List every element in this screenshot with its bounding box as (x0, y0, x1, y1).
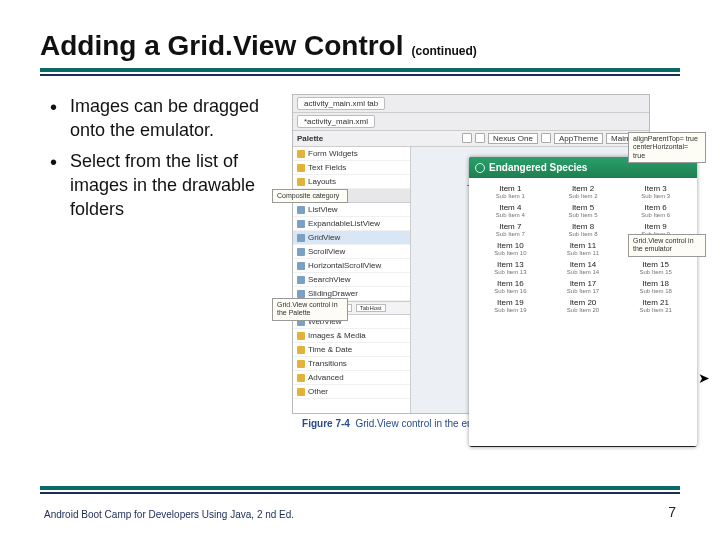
footer-text: Android Boot Camp for Developers Using J… (44, 509, 294, 520)
ide-tab-file[interactable]: *activity_main.xml (297, 115, 375, 128)
grid-cell[interactable]: Item 11Sub Item 11 (548, 241, 619, 256)
bullet-item: Images can be dragged onto the emulator. (46, 94, 270, 143)
palette-item[interactable]: ExpandableListView (293, 217, 410, 231)
grid-cell[interactable]: Item 3Sub Item 3 (620, 184, 691, 199)
device-select[interactable]: Nexus One (488, 133, 538, 144)
palette-folder[interactable]: Transitions (293, 357, 410, 371)
palette-folder[interactable]: Form Widgets (293, 147, 410, 161)
palette-folder[interactable]: Layouts (293, 175, 410, 189)
palette-folder[interactable]: Images & Media (293, 329, 410, 343)
toolbar-icon[interactable] (462, 133, 472, 143)
palette-item[interactable]: SearchView (293, 273, 410, 287)
callout-align: alignParentTop= true centerHorizontal= t… (628, 132, 706, 163)
palette-item[interactable]: HorizontalScrollView (293, 259, 410, 273)
grid-cell[interactable]: Item 15Sub Item 15 (620, 260, 691, 275)
cursor-icon: ➤ (698, 370, 710, 386)
palette-item-gridview[interactable]: GridView (293, 231, 410, 245)
palette-title: Palette (297, 134, 323, 143)
slide-title: Adding a Grid.View Control (40, 30, 404, 62)
theme-select[interactable]: AppTheme (554, 133, 603, 144)
page-number: 7 (668, 504, 676, 520)
grid-cell[interactable]: Item 18Sub Item 18 (620, 279, 691, 294)
footer-rule (40, 486, 680, 494)
ide-tab-main[interactable]: activity_main.xml tab (297, 97, 385, 110)
grid-cell[interactable]: Item 10Sub Item 10 (475, 241, 546, 256)
bullet-list: Images can be dragged onto the emulator.… (40, 94, 270, 429)
palette-item[interactable]: ScrollView (293, 245, 410, 259)
toolbar-icon[interactable] (475, 133, 485, 143)
grid-cell[interactable]: Item 5Sub Item 5 (548, 203, 619, 218)
grid-cell[interactable]: Item 13Sub Item 13 (475, 260, 546, 275)
grid-cell[interactable]: Item 2Sub Item 2 (548, 184, 619, 199)
ide-screenshot: activity_main.xml tab *activity_main.xml… (292, 94, 650, 414)
grid-cell[interactable]: Item 16Sub Item 16 (475, 279, 546, 294)
callout-emulator: Grid.View control in the emulator (628, 234, 706, 257)
grid-cell[interactable]: Item 20Sub Item 20 (548, 298, 619, 313)
bullet-item: Select from the list of images in the dr… (46, 149, 270, 222)
grid-cell[interactable]: Item 6Sub Item 6 (620, 203, 691, 218)
grid-cell[interactable]: Item 1Sub Item 1 (475, 184, 546, 199)
palette-folder[interactable]: Other (293, 385, 410, 399)
grid-cell[interactable]: Item 21Sub Item 21 (620, 298, 691, 313)
design-canvas: Endangered Species Item 1Sub Item 1Item … (411, 147, 649, 413)
palette-panel: Form Widgets Text Fields Layouts Composi… (293, 147, 411, 413)
grid-cell[interactable]: Item 8Sub Item 8 (548, 222, 619, 237)
grid-cell[interactable]: Item 4Sub Item 4 (475, 203, 546, 218)
slide-subtitle: (continued) (412, 44, 477, 58)
toolbar-icon[interactable] (541, 133, 551, 143)
palette-item[interactable]: ListView (293, 203, 410, 217)
grid-cell[interactable]: Item 19Sub Item 19 (475, 298, 546, 313)
grid-cell[interactable]: Item 14Sub Item 14 (548, 260, 619, 275)
callout-gridview: Grid.View control in the Palette (272, 298, 348, 321)
callout-category: Composite category (272, 189, 348, 203)
emulator-frame: Endangered Species Item 1Sub Item 1Item … (469, 157, 697, 447)
globe-icon (475, 163, 485, 173)
title-rule (40, 68, 680, 76)
app-title: Endangered Species (489, 162, 587, 173)
palette-folder[interactable]: Text Fields (293, 161, 410, 175)
grid-cell[interactable]: Item 7Sub Item 7 (475, 222, 546, 237)
grid-cell[interactable]: Item 17Sub Item 17 (548, 279, 619, 294)
palette-folder[interactable]: Time & Date (293, 343, 410, 357)
palette-folder[interactable]: Advanced (293, 371, 410, 385)
